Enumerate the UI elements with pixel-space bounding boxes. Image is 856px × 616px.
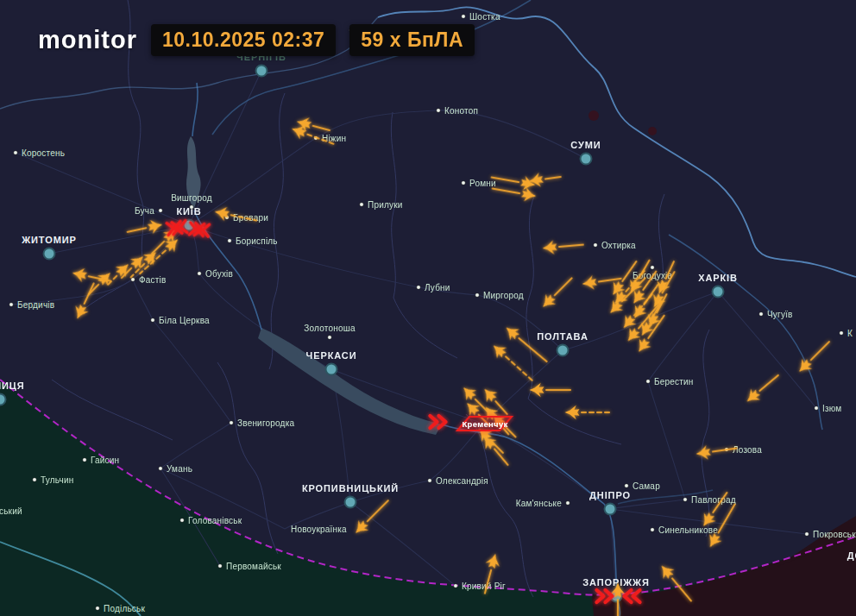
town-label: Ізюм — [822, 404, 841, 413]
town-marker: Подільськ — [96, 604, 146, 613]
town-marker: Первомайськ — [218, 562, 282, 571]
city-label: ХАРКІВ — [698, 273, 738, 283]
city-dot — [326, 364, 337, 375]
town-dot — [180, 519, 185, 523]
town-dot — [815, 406, 819, 411]
town-dot — [625, 484, 629, 488]
city-label: ЧЕРКАСИ — [306, 350, 357, 361]
town-label: Конотоп — [444, 106, 478, 116]
town-dot — [360, 203, 364, 207]
town-label: Вишгород — [171, 193, 212, 203]
town-label: ський — [0, 506, 22, 516]
city-label: ЖИТОМИР — [21, 235, 77, 245]
town-label: Синельникове — [658, 525, 718, 535]
datetime-text: 10.10.2025 02:37 — [162, 28, 324, 51]
city-dot — [557, 345, 569, 356]
town-label: Звенигородка — [237, 418, 294, 428]
town-label: Миргород — [483, 291, 524, 300]
town-label: Тульчин — [41, 475, 73, 485]
town-label: Лубни — [425, 283, 450, 292]
town-label: Біла Церква — [159, 316, 210, 325]
town-dot — [437, 109, 441, 113]
town-label: К — [847, 329, 853, 338]
target-city-box[interactable]: Кременчук — [457, 417, 512, 431]
header-bar: monitor 10.10.2025 02:37 59 х БпЛА — [38, 24, 475, 56]
monitor-app: КИЇВЧЕРНІГІВЖИТОМИРВІННИЦЯСУМИХАРКІВПОЛТ… — [0, 0, 856, 616]
town-dot — [475, 293, 480, 298]
town-dot — [159, 209, 163, 213]
town-dot — [190, 205, 194, 210]
town-dot — [651, 528, 655, 532]
town-dot — [83, 458, 87, 462]
town-label: Коростень — [22, 148, 65, 158]
city-label: КИЇВ — [176, 206, 201, 217]
town-dot — [566, 501, 570, 506]
town-label: Буча — [135, 206, 154, 216]
city-dot — [0, 394, 6, 405]
town-dot — [198, 272, 202, 276]
city-label: ЗАПОРІЖЖЯ — [582, 577, 649, 588]
city-label: ВІННИЦЯ — [0, 380, 25, 391]
town-label: Кам'янське — [516, 499, 563, 508]
town-dot — [218, 564, 223, 569]
town-dot — [683, 498, 688, 502]
town-dot — [96, 607, 100, 611]
town-label: Золотоноша — [304, 324, 356, 333]
town-label: Шостка — [469, 12, 500, 22]
drone-count-badge: 59 х БпЛА — [349, 24, 475, 56]
town-marker: Олександрія — [428, 476, 488, 486]
border-patch — [588, 110, 599, 121]
town-label: Самар — [633, 481, 660, 491]
town-label: Гайсин — [91, 456, 119, 465]
town-label: Прилуки — [368, 200, 403, 210]
city-dot — [605, 504, 616, 515]
target-city-label: Кременчук — [462, 419, 507, 429]
town-dot — [840, 331, 844, 336]
town-dot — [805, 532, 809, 537]
town-dot — [328, 336, 332, 340]
town-label: Новоукраїнка — [291, 525, 347, 534]
town-label: Павлоград — [691, 495, 736, 505]
town-marker: Бориспіль — [228, 236, 278, 246]
town-dot — [462, 181, 466, 185]
city-label: ДНІПРО — [589, 490, 631, 500]
town-dot — [462, 15, 466, 19]
town-dot — [228, 239, 232, 243]
town-label: Олександрія — [436, 476, 488, 486]
town-dot — [230, 421, 234, 425]
town-dot — [9, 303, 14, 307]
town-dot — [759, 312, 764, 317]
town-marker: Миргород — [475, 291, 524, 300]
town-marker: Кам'янське — [516, 499, 570, 508]
city-label: КРОПИВНИЦЬКИЙ — [302, 483, 399, 493]
town-label: Берестин — [654, 377, 694, 387]
city-dot — [713, 286, 724, 298]
town-label: Покровськ — [813, 530, 856, 539]
town-label: Чугуїв — [767, 310, 793, 319]
town-dot — [646, 380, 651, 384]
town-marker: Синельникове — [651, 525, 718, 535]
drone-count-text: 59 х БпЛА — [361, 28, 463, 51]
town-label: Первомайськ — [226, 562, 281, 571]
city-label: ПОЛТАВА — [537, 331, 588, 342]
town-label: Кривий Ріг — [462, 581, 506, 591]
border-patch — [648, 127, 657, 135]
town-dot — [417, 286, 421, 290]
town-label: Охтирка — [601, 241, 636, 250]
city-dot — [345, 497, 356, 508]
town-dot — [33, 478, 37, 482]
town-label: Бориспіль — [236, 236, 278, 246]
city-label: СУМИ — [570, 140, 601, 150]
town-dot — [131, 278, 135, 282]
town-dot — [428, 479, 432, 483]
town-marker: Голованівськ — [180, 516, 242, 525]
town-label: Подільськ — [104, 604, 145, 613]
map-canvas[interactable]: КИЇВЧЕРНІГІВЖИТОМИРВІННИЦЯСУМИХАРКІВПОЛТ… — [0, 0, 856, 616]
town-label: Фастів — [139, 275, 166, 285]
city-dot — [581, 154, 592, 165]
town-marker: Кривий Ріг — [454, 581, 506, 591]
town-label: Обухів — [205, 269, 233, 279]
town-dot — [651, 266, 655, 270]
city-label: ДОНЕЦЬК — [847, 550, 856, 561]
town-label: Лозова — [733, 445, 762, 455]
